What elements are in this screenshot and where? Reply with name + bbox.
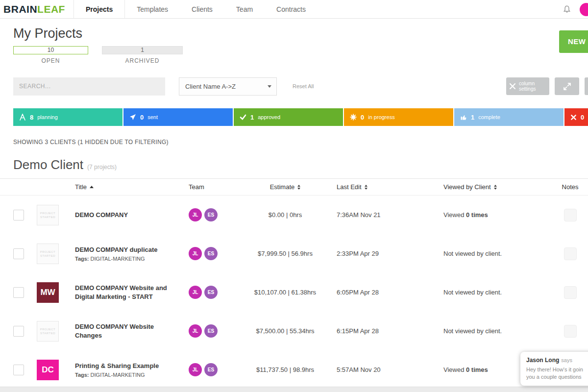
- column-header-estimate[interactable]: Estimate: [244, 183, 327, 191]
- column-header-label: Notes: [562, 183, 579, 191]
- status-planning[interactable]: 8 planning: [13, 108, 122, 126]
- row-checkbox[interactable]: [13, 365, 24, 375]
- avatar-es: ES: [204, 247, 218, 260]
- notes-button[interactable]: [564, 286, 577, 299]
- row-checkbox[interactable]: [13, 248, 24, 259]
- open-label: OPEN: [13, 57, 88, 64]
- status-declined[interactable]: 0 declined: [564, 108, 588, 126]
- thumbs-up-icon: [460, 114, 467, 121]
- checkmark-icon: [240, 114, 246, 121]
- table-row: MW DEMO COMPANY Website and Digital Mark…: [0, 273, 588, 312]
- avatar-jl: JL: [189, 286, 202, 299]
- sort-icon: [297, 185, 300, 190]
- project-title[interactable]: Printing & Sharing Example: [75, 362, 182, 370]
- status-count: 0: [581, 114, 584, 121]
- project-thumbnail[interactable]: DC: [37, 360, 59, 380]
- column-header-label: Last Edit: [337, 183, 362, 191]
- last-edit-value: 7:36AM Nov 21: [327, 211, 435, 219]
- project-tags: Tags: DIGITAL-MARKETING: [75, 372, 182, 378]
- top-bar: BRAINLEAF Projects Templates Clients Tea…: [0, 0, 588, 19]
- nav-label: Templates: [137, 5, 168, 13]
- table-header: Title Team Estimate Last Edit Viewed by …: [0, 179, 588, 196]
- paper-plane-icon: [129, 114, 136, 121]
- sort-dropdown-value: Client Name A->Z: [185, 83, 236, 90]
- status-label: approved: [258, 114, 280, 120]
- status-complete[interactable]: 1 complete: [454, 108, 564, 126]
- status-approved[interactable]: 1 approved: [234, 108, 343, 126]
- viewed-by-client-value: Not viewed by client.: [435, 327, 552, 335]
- client-project-count: (7 projects): [87, 164, 117, 171]
- nav-tab-team[interactable]: Team: [224, 0, 265, 18]
- status-count: 0: [140, 114, 144, 121]
- column-header-label: Title: [75, 183, 87, 191]
- nav-label: Projects: [86, 5, 113, 13]
- team-avatars: JL ES: [189, 247, 244, 260]
- row-checkbox[interactable]: [13, 326, 24, 337]
- project-thumbnail[interactable]: PROJECT STARTED: [37, 321, 59, 342]
- thumb-text: STARTED: [40, 216, 55, 219]
- planning-icon: [19, 114, 26, 121]
- team-avatars: JL ES: [189, 363, 244, 376]
- expand-view-button[interactable]: [555, 77, 579, 95]
- nav-label: Clients: [192, 5, 213, 13]
- nav-tab-contracts[interactable]: Contracts: [265, 0, 318, 18]
- nav-label: Team: [236, 5, 253, 13]
- nav-tab-projects[interactable]: Projects: [74, 0, 125, 18]
- column-header-title[interactable]: Title: [75, 183, 189, 191]
- avatar-es: ES: [204, 286, 218, 299]
- project-title[interactable]: DEMO COMPANY: [75, 211, 182, 220]
- status-in-progress[interactable]: 0 in progress: [344, 108, 453, 126]
- notes-button[interactable]: [564, 325, 577, 338]
- estimate-value: $0.00 | 0hrs: [244, 211, 327, 219]
- status-sent[interactable]: 0 sent: [123, 108, 233, 126]
- avatar-es: ES: [204, 363, 218, 376]
- reset-all-link[interactable]: Reset All: [293, 83, 314, 89]
- logo-brain-text: BRAIN: [3, 3, 37, 15]
- table-row: PROJECT STARTED DEMO COMPANY JL ES $0.00…: [0, 196, 588, 234]
- client-section-header: Demo Client (7 projects): [13, 157, 588, 172]
- column-header-label: Viewed by Client: [443, 183, 491, 191]
- gear-icon: [350, 114, 357, 121]
- archived-label: ARCHIVED: [102, 57, 183, 64]
- brainleaf-logo[interactable]: BRAINLEAF: [0, 0, 69, 18]
- viewed-by-client-value: Not viewed by client.: [435, 289, 552, 296]
- user-avatar[interactable]: [580, 3, 588, 16]
- open-count: 10: [13, 46, 88, 54]
- notes-button[interactable]: [564, 247, 577, 260]
- filter-action-button[interactable]: [585, 77, 588, 95]
- archived-projects-counter[interactable]: 1 ARCHIVED: [102, 46, 183, 64]
- notifications-bell-icon[interactable]: [563, 5, 571, 14]
- viewed-by-client-value: Viewed 0 times: [435, 211, 552, 219]
- sort-dropdown[interactable]: Client Name A->Z: [179, 77, 277, 96]
- project-title[interactable]: DEMO COMPANY Website and Digital Marketi…: [75, 284, 182, 301]
- project-title[interactable]: DEMO COMPANY Website Changes: [75, 322, 182, 340]
- estimate-value: $7,500.00 | 55.34hrs: [244, 327, 327, 335]
- row-checkbox[interactable]: [13, 287, 24, 298]
- chat-widget[interactable]: Jason Longsays Hey there! How's it goin …: [520, 352, 588, 386]
- avatar-jl: JL: [189, 208, 202, 221]
- project-thumbnail[interactable]: MW: [37, 282, 59, 303]
- chat-says-label: says: [561, 357, 572, 363]
- column-settings-button[interactable]: column settings: [506, 77, 549, 95]
- status-label: complete: [478, 114, 500, 120]
- new-project-button[interactable]: NEW: [559, 30, 588, 53]
- nav-tab-templates[interactable]: Templates: [125, 0, 180, 18]
- client-name: Demo Client: [13, 157, 83, 172]
- chevron-down-icon: [268, 85, 271, 88]
- last-edit-value: 6:15PM Apr 28: [327, 327, 435, 335]
- project-title[interactable]: DEMO COMPANY duplicate: [75, 245, 182, 254]
- column-header-last-edit[interactable]: Last Edit: [327, 183, 435, 191]
- nav-tab-clients[interactable]: Clients: [180, 0, 224, 18]
- row-checkbox[interactable]: [13, 210, 24, 220]
- project-thumbnail[interactable]: PROJECT STARTED: [37, 205, 59, 225]
- open-projects-counter[interactable]: 10 OPEN: [13, 46, 88, 64]
- search-input[interactable]: [13, 77, 165, 96]
- column-header-viewed[interactable]: Viewed by Client: [435, 183, 552, 191]
- archived-count: 1: [102, 46, 183, 54]
- status-label: planning: [37, 114, 58, 120]
- project-thumbnail[interactable]: PROJECT STARTED: [37, 244, 59, 264]
- filter-bar: Client Name A->Z Reset All column settin…: [13, 77, 588, 96]
- notes-button[interactable]: [564, 209, 577, 221]
- estimate-value: $10,107.00 | 61.38hrs: [244, 289, 327, 296]
- avatar-jl: JL: [189, 247, 202, 260]
